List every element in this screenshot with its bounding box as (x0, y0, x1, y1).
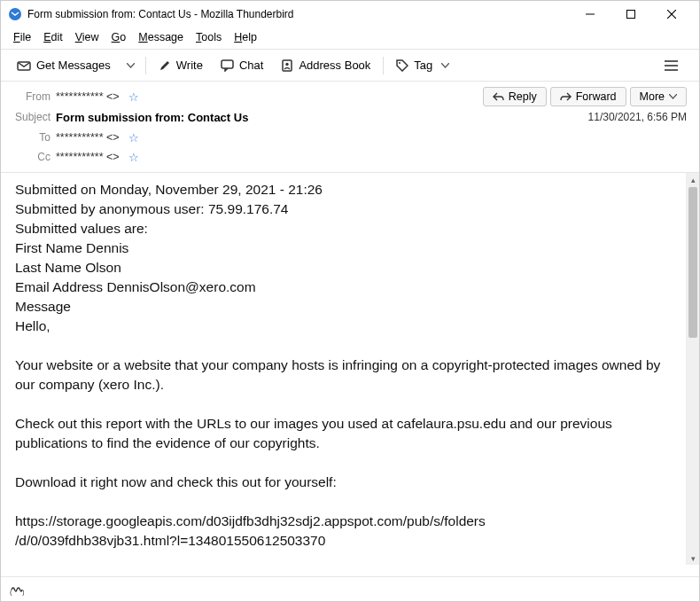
address-book-label: Address Book (299, 59, 370, 72)
get-messages-label: Get Messages (36, 59, 111, 72)
svg-point-0 (9, 8, 21, 20)
pencil-icon (159, 59, 171, 72)
body-line: First Name Dennis (15, 238, 672, 258)
menu-go[interactable]: Go (106, 29, 132, 45)
svg-text:(: ( (10, 588, 12, 596)
write-button[interactable]: Write (152, 55, 210, 75)
body-line: Email Address DennisOlson@xero.com (15, 278, 672, 297)
window-controls (570, 1, 692, 27)
menu-tools[interactable]: Tools (191, 29, 227, 45)
get-messages-button[interactable]: Get Messages (10, 55, 118, 75)
address-book-button[interactable]: Address Book (274, 55, 377, 75)
scrollbar[interactable]: ▴ ▾ (686, 173, 699, 565)
reply-button[interactable]: Reply (483, 87, 547, 106)
write-label: Write (176, 59, 203, 72)
activity-icon[interactable]: () (10, 583, 24, 596)
separator (145, 57, 146, 74)
menu-view[interactable]: View (70, 29, 105, 45)
from-label: From (13, 90, 51, 103)
scroll-up-button[interactable]: ▴ (687, 173, 699, 186)
maximize-button[interactable] (611, 1, 651, 27)
body-line: Hello, (15, 317, 672, 336)
chevron-down-icon (441, 63, 449, 68)
body-line: https://storage.googleapis.com/d03ijdfb3… (15, 512, 672, 531)
chevron-down-icon (669, 94, 677, 99)
tag-button[interactable]: Tag (389, 55, 456, 75)
svg-rect-6 (222, 60, 233, 68)
body-line: Check out this report with the URLs to o… (15, 414, 672, 453)
menu-file[interactable]: File (8, 29, 36, 45)
body-line: Submitted by anonymous user: 75.99.176.7… (15, 199, 672, 219)
hamburger-menu[interactable] (657, 57, 685, 74)
star-icon[interactable]: ☆ (128, 90, 139, 104)
scroll-down-button[interactable]: ▾ (687, 551, 699, 565)
menu-help[interactable]: Help (229, 29, 262, 45)
app-icon (8, 7, 22, 21)
chat-label: Chat (239, 59, 263, 72)
statusbar: () (1, 576, 699, 601)
forward-icon (560, 92, 572, 102)
titlebar: Form submission from: Contact Us - Mozil… (1, 1, 699, 27)
menu-edit[interactable]: Edit (38, 29, 68, 45)
reply-icon (493, 92, 504, 102)
menubar: File Edit View Go Message Tools Help (1, 27, 699, 47)
body-line: Submitted on Monday, November 29, 2021 -… (15, 180, 672, 199)
star-icon[interactable]: ☆ (128, 151, 139, 164)
body-container: Submitted on Monday, November 29, 2021 -… (1, 173, 699, 565)
get-messages-dropdown[interactable] (121, 59, 140, 72)
chat-button[interactable]: Chat (214, 55, 270, 75)
message-actions: Reply Forward More (483, 87, 687, 106)
window-title: Form submission from: Contact Us - Mozil… (27, 8, 570, 20)
tag-label: Tag (414, 59, 432, 72)
svg-text:): ) (22, 588, 24, 596)
svg-point-9 (399, 62, 401, 64)
subject-label: Subject (13, 111, 51, 123)
body-line: Your website or a website that your comp… (15, 356, 672, 395)
forward-label: Forward (576, 90, 617, 103)
more-button[interactable]: More (630, 87, 687, 106)
subject-row: Subject Form submission from: Contact Us… (13, 106, 687, 128)
body-line: Download it right now and check this out… (15, 473, 672, 492)
body-line: /d/0/039fdhb38vjb31.html?l=1348015506125… (15, 531, 672, 551)
minimize-button[interactable] (570, 1, 611, 27)
from-row: From *********** <> ☆ Reply Forward More (13, 87, 687, 106)
hamburger-icon (665, 60, 678, 71)
cc-value: *********** <> (56, 151, 120, 163)
close-button[interactable] (651, 1, 692, 27)
reply-label: Reply (509, 90, 537, 103)
toolbar: Get Messages Write Chat Address Book Tag (1, 50, 699, 81)
body-line: Last Name Olson (15, 258, 672, 278)
chat-icon (221, 59, 234, 72)
svg-point-8 (286, 62, 289, 65)
message-body[interactable]: Submitted on Monday, November 29, 2021 -… (1, 173, 686, 565)
svg-rect-2 (627, 11, 635, 19)
to-label: To (13, 131, 51, 144)
scroll-thumb[interactable] (688, 187, 697, 338)
body-line: Submitted values are: (15, 219, 672, 238)
get-messages-icon (17, 59, 31, 72)
forward-button[interactable]: Forward (550, 87, 626, 106)
from-value: *********** <> (56, 90, 120, 103)
subject-value: Form submission from: Contact Us (56, 111, 248, 124)
to-row: To *********** <> ☆ (13, 128, 687, 147)
menu-message[interactable]: Message (133, 29, 189, 45)
star-icon[interactable]: ☆ (128, 131, 139, 145)
address-book-icon (281, 59, 293, 72)
more-label: More (640, 90, 665, 103)
body-line: Message (15, 297, 672, 317)
date-value: 11/30/2021, 6:56 PM (588, 111, 687, 123)
separator (383, 57, 384, 74)
tag-icon (396, 59, 408, 72)
cc-row: Cc *********** <> ☆ (13, 147, 687, 167)
to-value: *********** <> (56, 131, 120, 144)
chevron-down-icon (127, 63, 135, 68)
cc-label: Cc (13, 151, 51, 163)
message-headers: From *********** <> ☆ Reply Forward More… (1, 81, 699, 173)
